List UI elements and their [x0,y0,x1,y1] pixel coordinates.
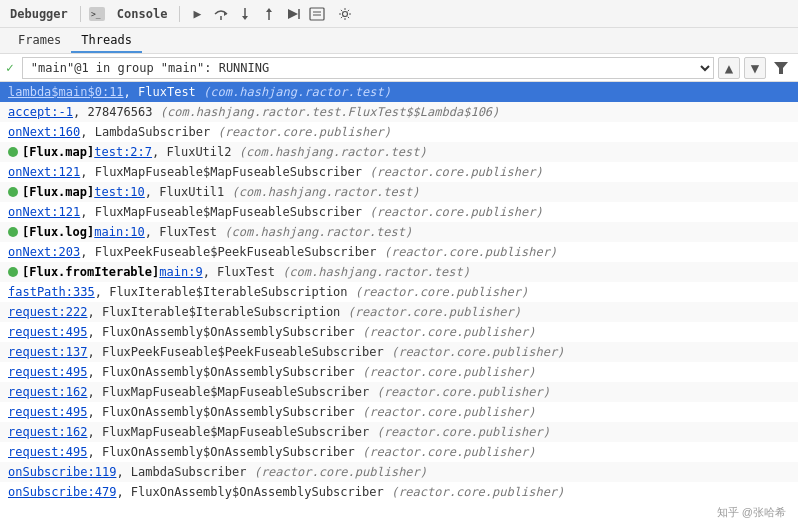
frame-pkg: (reactor.core.publisher) [362,323,535,341]
stack-frame-row[interactable]: fastPath:335, FluxIterable$IterableSubsc… [0,282,798,302]
filter-icon[interactable] [770,57,792,79]
green-dot-icon [8,227,18,237]
step-into-icon[interactable] [236,5,254,23]
console-icon[interactable]: >_ [89,7,105,21]
settings-icon[interactable] [336,5,354,23]
stack-frame-row[interactable]: [Flux.map]test:2:7, FluxUtil2 (com.hashj… [0,142,798,162]
frame-location[interactable]: fastPath:335 [8,283,95,301]
frame-location[interactable]: request:162 [8,383,87,401]
resume-icon[interactable]: ▶ [188,5,206,23]
frame-link[interactable]: test:10 [94,183,145,201]
frame-method: , FluxIterable$IterableSubscription [95,283,348,301]
frame-method: , FluxTest [124,83,196,101]
stack-frame-row[interactable]: request:495, FluxOnAssembly$OnAssemblySu… [0,442,798,462]
stack-frame-row[interactable]: onNext:121, FluxMapFuseable$MapFuseableS… [0,202,798,222]
frame-pkg: (reactor.core.publisher) [362,363,535,381]
stack-frame-row[interactable]: request:137, FluxPeekFuseable$PeekFuseab… [0,342,798,362]
frame-method: , LambdaSubscriber [80,123,210,141]
stack-frame-row[interactable]: onNext:203, FluxPeekFuseable$PeekFuseabl… [0,242,798,262]
frame-location[interactable]: request:162 [8,423,87,441]
stack-frame-row[interactable]: [Flux.map]test:10, FluxUtil1 (com.hashja… [0,182,798,202]
frame-location[interactable]: request:222 [8,303,87,321]
frame-location[interactable]: request:495 [8,443,87,461]
frame-pkg: (reactor.core.publisher) [369,163,542,181]
stack-frame-row[interactable]: request:162, FluxMapFuseable$MapFuseable… [0,422,798,442]
frame-method: , FluxMapFuseable$MapFuseableSubscriber [87,383,369,401]
stack-frame-row[interactable]: onSubscribe:479, FluxOnAssembly$OnAssemb… [0,482,798,502]
stack-frame-row[interactable]: request:495, FluxOnAssembly$OnAssemblySu… [0,322,798,342]
frame-location[interactable]: onNext:203 [8,243,80,261]
frame-link[interactable]: test:2:7 [94,143,152,161]
frame-pkg: (com.hashjang.ractor.test) [282,263,470,281]
svg-point-13 [343,11,348,16]
svg-marker-5 [242,16,248,20]
tab-threads[interactable]: Threads [71,29,142,53]
stack-frame-row[interactable]: [Flux.fromIterable]main:9, FluxTest (com… [0,262,798,282]
svg-text:>_: >_ [91,10,101,19]
frame-location[interactable]: onNext:121 [8,203,80,221]
thread-selector-row: ✓ "main"@1 in group "main": RUNNING ▲ ▼ [0,54,798,82]
frame-location[interactable]: onSubscribe:119 [8,463,116,481]
frame-location[interactable]: request:495 [8,363,87,381]
stack-frame-row[interactable]: request:162, FluxMapFuseable$MapFuseable… [0,382,798,402]
stack-frame-row[interactable]: onNext:160, LambdaSubscriber (reactor.co… [0,122,798,142]
step-over-icon[interactable] [212,5,230,23]
frame-method: , FluxOnAssembly$OnAssemblySubscriber [87,443,354,461]
frame-link[interactable]: main:10 [94,223,145,241]
thread-down-button[interactable]: ▼ [744,57,766,79]
frame-pkg: (reactor.core.publisher) [391,483,564,501]
stack-frame-row[interactable]: request:495, FluxOnAssembly$OnAssemblySu… [0,402,798,422]
frame-method: , FluxOnAssembly$OnAssemblySubscriber [87,323,354,341]
flux-tag: [Flux.map] [22,143,94,161]
frame-location[interactable]: onSubscribe:479 [8,483,116,501]
frame-pkg: (reactor.core.publisher) [254,463,427,481]
run-to-cursor-icon[interactable] [284,5,302,23]
stack-frame-row[interactable]: request:222, FluxIterable$IterableSubscr… [0,302,798,322]
frame-method: , FluxTest [203,263,275,281]
frame-pkg: (reactor.core.publisher) [376,383,549,401]
flux-tag: [Flux.fromIterable] [22,263,159,281]
tabs-row: Frames Threads [0,28,798,54]
stack-frame-row[interactable]: accept:-1, 278476563 (com.hashjang.racto… [0,102,798,122]
stack-frame-row[interactable]: lambda$main$0:11, FluxTest (com.hashjang… [0,82,798,102]
console-label[interactable]: Console [113,7,172,21]
frame-method: , FluxIterable$IterableSubscription [87,303,340,321]
frame-pkg: (reactor.core.publisher) [362,403,535,421]
frame-pkg: (reactor.core.publisher) [218,123,391,141]
frame-location[interactable]: request:495 [8,403,87,421]
frame-pkg: (reactor.core.publisher) [376,423,549,441]
frame-location[interactable]: request:495 [8,323,87,341]
stack-frame-row[interactable]: request:495, FluxOnAssembly$OnAssemblySu… [0,362,798,382]
frame-location[interactable]: onNext:121 [8,163,80,181]
frame-location[interactable]: lambda$main$0:11 [8,83,124,101]
toolbar: Debugger >_ Console ▶ [0,0,798,28]
evaluate-icon[interactable] [308,5,326,23]
stack-frame-row[interactable]: onSubscribe:119, LambdaSubscriber (react… [0,462,798,482]
tab-frames[interactable]: Frames [8,29,71,53]
frame-method: , FluxMapFuseable$MapFuseableSubscriber [87,423,369,441]
frame-method: , FluxOnAssembly$OnAssemblySubscriber [116,483,383,501]
frame-method: , FluxMapFuseable$MapFuseableSubscriber [80,163,362,181]
thread-selector[interactable]: "main"@1 in group "main": RUNNING [22,57,714,79]
thread-up-button[interactable]: ▲ [718,57,740,79]
step-out-icon[interactable] [260,5,278,23]
check-icon: ✓ [6,60,14,75]
stack-frame-row[interactable]: onNext:121, FluxMapFuseable$MapFuseableS… [0,162,798,182]
flux-tag: [Flux.log] [22,223,94,241]
frame-pkg: (reactor.core.publisher) [384,243,557,261]
frame-method: , FluxUtil2 [152,143,231,161]
green-dot-icon [8,147,18,157]
frame-method: , FluxPeekFuseable$PeekFuseableSubscribe… [80,243,376,261]
flux-tag: [Flux.map] [22,183,94,201]
svg-rect-10 [310,8,324,20]
svg-marker-7 [266,8,272,12]
frame-method: , FluxPeekFuseable$PeekFuseableSubscribe… [87,343,383,361]
svg-marker-8 [288,9,298,19]
stack-frame-row[interactable]: [Flux.log]main:10, FluxTest (com.hashjan… [0,222,798,242]
frame-location[interactable]: accept:-1 [8,103,73,121]
frame-pkg: (com.hashjang.ractor.test) [224,223,412,241]
frame-location[interactable]: onNext:160 [8,123,80,141]
frame-method: , LambdaSubscriber [116,463,246,481]
frame-link[interactable]: main:9 [159,263,202,281]
frame-location[interactable]: request:137 [8,343,87,361]
